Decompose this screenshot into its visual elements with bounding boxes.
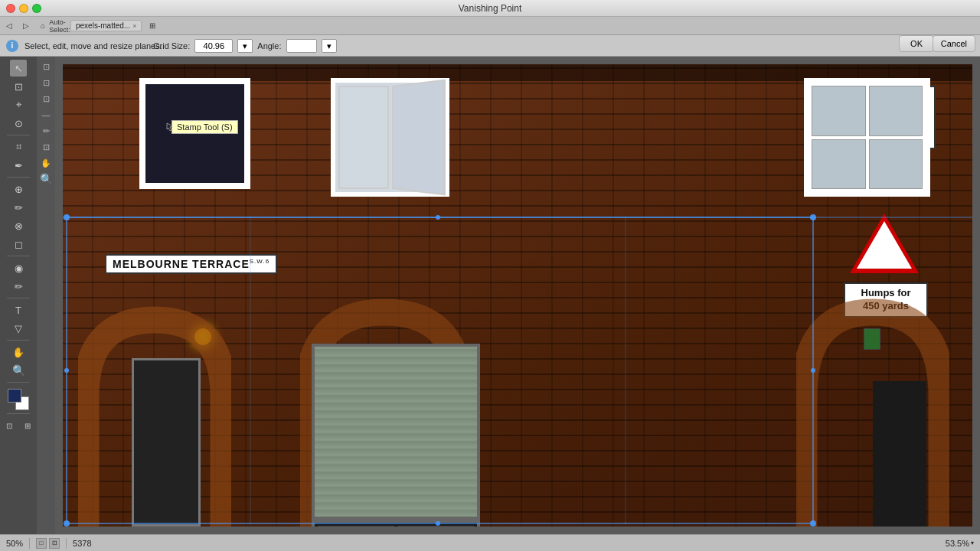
sub-tools-panel: ⊡ ⊡ ⊡ — ✏ ⊡ ✋ 🔍 xyxy=(37,57,55,534)
close-button[interactable] xyxy=(6,4,15,13)
window-right xyxy=(804,78,930,197)
hand-tool[interactable]: ✋ xyxy=(10,344,27,360)
tab-bar: ◁ ▷ ⌂ Auto-Select: pexels-matted... × ⊞ xyxy=(0,17,980,35)
cancel-button[interactable]: Cancel xyxy=(933,35,975,52)
sub-tool-8[interactable]: 🔍 xyxy=(39,172,53,186)
zoom-percent-value: 53.5% xyxy=(946,539,969,548)
crop-tool[interactable]: ⌗ xyxy=(10,139,27,155)
status-divider-2 xyxy=(66,538,67,549)
vanishing-point-toolbar: i Select, edit, move and resize planes. xyxy=(0,35,980,57)
sub-tool-5[interactable]: ✏ xyxy=(39,124,53,138)
tool-separator-5 xyxy=(7,340,30,341)
status-divider-1 xyxy=(29,538,30,549)
door-left xyxy=(132,358,201,527)
ok-button[interactable]: OK xyxy=(899,35,934,52)
cursor-icon xyxy=(165,122,175,131)
tab-label: pexels-matted... xyxy=(76,21,130,30)
zoom-tool[interactable]: 🔍 xyxy=(10,362,27,379)
maximize-button[interactable] xyxy=(32,4,41,13)
grid-icon[interactable]: ⊞ xyxy=(146,20,158,32)
standard-screen-icon[interactable]: □ xyxy=(36,538,47,549)
stamp-tool-tooltip: Stamp Tool (S) xyxy=(172,120,238,134)
angle-dropdown[interactable]: ▾ xyxy=(322,39,337,53)
window-pane-top-right xyxy=(869,86,923,136)
document-tab[interactable]: pexels-matted... × xyxy=(70,20,142,31)
minimize-button[interactable] xyxy=(19,4,28,13)
eyedropper-tool[interactable]: ✒ xyxy=(10,157,27,174)
sub-tool-7[interactable]: ✋ xyxy=(39,156,53,170)
magic-wand-tool[interactable]: ⊙ xyxy=(10,115,27,132)
tool-separator-2 xyxy=(7,177,30,178)
info-message: Select, edit, move and resize planes. xyxy=(24,41,162,51)
grid-size-label: Grid Size: xyxy=(153,41,190,51)
foreground-color-swatch[interactable] xyxy=(8,389,21,403)
angle-label: Angle: xyxy=(257,41,281,51)
view-mode-icons: ⊡ ⊞ xyxy=(1,417,36,434)
window-center xyxy=(331,78,449,197)
cursor-position xyxy=(165,120,175,129)
home-icon[interactable]: ⌂ xyxy=(37,20,49,32)
eraser-tool[interactable]: ◻ xyxy=(10,236,27,253)
shutter-pane-left xyxy=(318,526,394,527)
hump-sign-inner xyxy=(867,249,901,262)
sub-tool-4[interactable]: — xyxy=(39,108,53,122)
tool-separator-4 xyxy=(7,298,30,298)
melbourne-terrace-sign: MELBOURNE TERRACES.W.6 xyxy=(105,254,277,274)
text-tool[interactable]: T xyxy=(10,302,27,318)
tool-separator-6 xyxy=(7,382,30,383)
move-tool[interactable]: ↖ xyxy=(10,60,27,77)
roller-shutter xyxy=(312,344,480,520)
tools-panel: ↖ ⊡ ⌖ ⊙ ⌗ ✒ ⊕ ✏ ⊗ ◻ ◉ ✏ T ▽ ✋ 🔍 ⊡ ⊞ xyxy=(0,57,37,534)
window-pane-2 xyxy=(392,79,445,195)
window-pane-bottom-left xyxy=(812,139,866,190)
window-title: Vanishing Point xyxy=(459,3,522,14)
lasso-tool[interactable]: ⌖ xyxy=(10,96,27,113)
grid-controls: Grid Size: ▾ Angle: ▾ xyxy=(153,35,337,57)
zoom-status: 50% xyxy=(6,539,23,548)
arch-left xyxy=(78,305,231,527)
window-pane-bottom-right xyxy=(869,139,923,190)
blur-tool[interactable]: ◉ xyxy=(10,259,27,276)
window-pane-top-left xyxy=(812,86,866,136)
nav-forward-icon[interactable]: ▷ xyxy=(20,20,32,32)
traffic-lights xyxy=(6,4,41,13)
grid-size-input[interactable] xyxy=(194,39,233,53)
shutter-pane-right xyxy=(397,526,474,527)
tool-separator-1 xyxy=(7,135,30,135)
marquee-tool[interactable]: ⊡ xyxy=(10,78,27,95)
canvas-area[interactable]: LONDON BOROUGH OF HAMMERSMITH & FULHAM M… xyxy=(55,57,980,534)
triangle-sign-shape xyxy=(850,214,919,273)
sub-tool-1[interactable]: ⊡ xyxy=(39,60,53,73)
shutter-bottom-panels xyxy=(312,520,480,527)
standard-view-icon[interactable]: ⊡ xyxy=(1,417,18,434)
tab-close-icon[interactable]: × xyxy=(132,22,136,30)
zoom-level: 50% xyxy=(6,539,23,548)
zoom-percent-dropdown[interactable]: 53.5% ▾ xyxy=(946,539,974,548)
hump-icon xyxy=(867,249,901,262)
auto-select-icon: Auto-Select: xyxy=(54,20,66,32)
brush-tool[interactable]: ✏ xyxy=(10,199,27,216)
tool-separator-3 xyxy=(7,256,30,256)
status-bar: 50% □ ⊡ 5378 53.5% ▾ xyxy=(0,534,980,551)
triangle-warning-sign xyxy=(850,214,919,273)
info-icon: i xyxy=(6,40,18,52)
shape-tool[interactable]: ▽ xyxy=(10,320,27,337)
window-pane-1 xyxy=(338,86,389,189)
tool-separator-7 xyxy=(7,413,30,414)
zoom-dropdown-arrow: ▾ xyxy=(971,540,974,546)
heal-tool[interactable]: ⊕ xyxy=(10,181,27,197)
grid-size-dropdown[interactable]: ▾ xyxy=(237,39,253,53)
pen-tool[interactable]: ✏ xyxy=(10,278,27,295)
small-green-sign xyxy=(864,328,880,350)
fullscreen-icon[interactable]: ⊞ xyxy=(19,417,36,434)
color-swatches[interactable] xyxy=(8,389,29,410)
angle-input[interactable] xyxy=(286,39,317,53)
nav-back-icon[interactable]: ◁ xyxy=(3,20,15,32)
sub-tool-2[interactable]: ⊡ xyxy=(39,76,53,90)
title-bar: Vanishing Point xyxy=(0,0,980,17)
clone-tool[interactable]: ⊗ xyxy=(10,217,27,234)
canvas-dimensions: 5378 xyxy=(73,539,91,548)
sub-tool-3[interactable]: ⊡ xyxy=(39,92,53,106)
sub-tool-6[interactable]: ⊡ xyxy=(39,140,53,154)
full-screen-icon[interactable]: ⊡ xyxy=(49,538,60,549)
